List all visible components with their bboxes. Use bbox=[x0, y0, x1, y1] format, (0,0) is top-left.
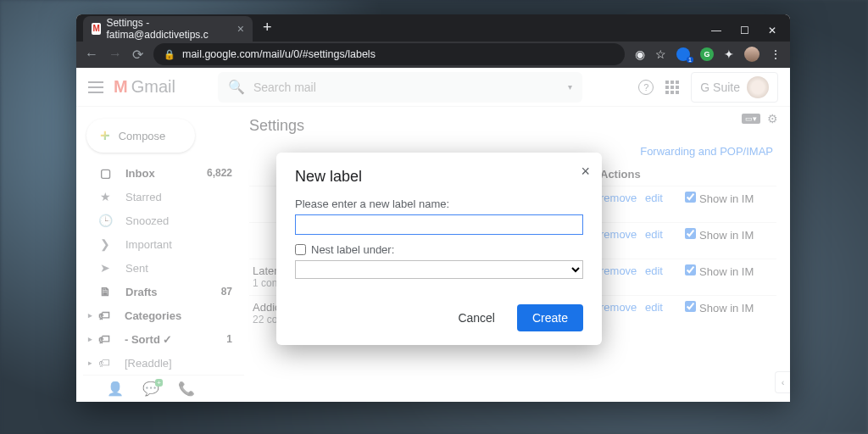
kebab-menu-icon[interactable]: ⋮ bbox=[770, 47, 782, 61]
cancel-button[interactable]: Cancel bbox=[442, 304, 510, 331]
close-tab-icon[interactable]: × bbox=[237, 22, 244, 36]
new-tab-button[interactable]: + bbox=[253, 19, 282, 36]
minimize-icon[interactable]: — bbox=[711, 25, 721, 36]
profile-avatar-icon[interactable] bbox=[744, 47, 760, 62]
lock-icon: 🔒 bbox=[164, 49, 175, 60]
reload-icon[interactable]: ⟳ bbox=[132, 47, 143, 63]
address-bar[interactable]: 🔒 mail.google.com/mail/u/0/#settings/lab… bbox=[153, 43, 625, 65]
gmail-favicon: M bbox=[92, 23, 101, 35]
dialog-title: New label bbox=[295, 168, 583, 186]
browser-tab[interactable]: M Settings - fatima@addictivetips.c × bbox=[83, 16, 253, 42]
label-name-prompt: Please enter a new label name: bbox=[295, 198, 583, 210]
extensions-puzzle-icon[interactable]: ✦ bbox=[724, 47, 734, 61]
nest-label-text: Nest label under: bbox=[311, 243, 394, 256]
close-window-icon[interactable]: ✕ bbox=[768, 25, 776, 36]
browser-toolbar: ← → ⟳ 🔒 mail.google.com/mail/u/0/#settin… bbox=[76, 42, 790, 69]
browser-window: M Settings - fatima@addictivetips.c × + … bbox=[76, 14, 790, 402]
extension-badge-icon[interactable] bbox=[676, 47, 690, 61]
nest-parent-select[interactable] bbox=[295, 260, 583, 279]
url-text: mail.google.com/mail/u/0/#settings/label… bbox=[182, 48, 376, 60]
window-controls: — ☐ ✕ bbox=[698, 25, 790, 42]
create-button[interactable]: Create bbox=[517, 304, 583, 331]
nest-checkbox[interactable] bbox=[295, 244, 306, 255]
gmail-app: M Gmail 🔍 ▾ ? G Suite + bbox=[76, 68, 790, 402]
tab-title: Settings - fatima@addictivetips.c bbox=[106, 17, 226, 41]
eye-icon[interactable]: ◉ bbox=[635, 47, 645, 61]
extension-icons: ◉ ☆ G ✦ ⋮ bbox=[635, 47, 782, 62]
label-name-input[interactable] bbox=[295, 214, 583, 235]
back-icon[interactable]: ← bbox=[85, 47, 98, 62]
browser-titlebar: M Settings - fatima@addictivetips.c × + … bbox=[76, 14, 790, 42]
forward-icon[interactable]: → bbox=[108, 47, 122, 62]
new-label-dialog: × New label Please enter a new label nam… bbox=[276, 153, 602, 345]
maximize-icon[interactable]: ☐ bbox=[740, 25, 749, 36]
dialog-close-icon[interactable]: × bbox=[581, 163, 590, 181]
bookmark-star-icon[interactable]: ☆ bbox=[655, 47, 666, 61]
grammarly-icon[interactable]: G bbox=[700, 47, 714, 61]
